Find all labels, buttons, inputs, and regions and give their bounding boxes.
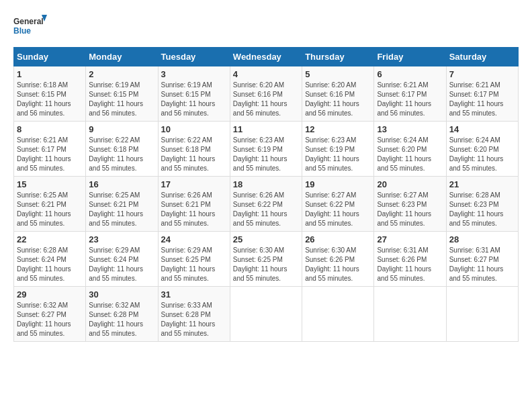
day-number: 10 xyxy=(161,124,227,134)
day-info: Sunrise: 6:21 AMSunset: 6:17 PMDaylight:… xyxy=(449,81,515,118)
day-info: Sunrise: 6:23 AMSunset: 6:19 PMDaylight:… xyxy=(233,136,299,173)
calendar-week-2: 8 Sunrise: 6:21 AMSunset: 6:17 PMDayligh… xyxy=(14,122,519,177)
calendar-cell: 11 Sunrise: 6:23 AMSunset: 6:19 PMDaylig… xyxy=(230,122,302,177)
calendar-cell: 5 Sunrise: 6:20 AMSunset: 6:16 PMDayligh… xyxy=(302,66,374,122)
weekday-header-wednesday: Wednesday xyxy=(230,48,302,66)
day-number: 4 xyxy=(233,69,299,79)
day-number: 12 xyxy=(305,124,371,134)
calendar-cell: 15 Sunrise: 6:25 AMSunset: 6:21 PMDaylig… xyxy=(14,177,86,232)
day-info: Sunrise: 6:32 AMSunset: 6:28 PMDaylight:… xyxy=(89,301,154,338)
day-number: 18 xyxy=(233,179,299,189)
day-number: 1 xyxy=(17,69,83,79)
day-info: Sunrise: 6:32 AMSunset: 6:27 PMDaylight:… xyxy=(17,301,83,338)
calendar-cell: 19 Sunrise: 6:27 AMSunset: 6:22 PMDaylig… xyxy=(302,177,374,232)
weekday-header-monday: Monday xyxy=(86,48,158,66)
day-info: Sunrise: 6:25 AMSunset: 6:21 PMDaylight:… xyxy=(17,191,83,228)
day-number: 28 xyxy=(449,234,515,244)
day-info: Sunrise: 6:26 AMSunset: 6:21 PMDaylight:… xyxy=(161,191,227,228)
weekday-header-thursday: Thursday xyxy=(302,48,374,66)
calendar-week-5: 29 Sunrise: 6:32 AMSunset: 6:27 PMDaylig… xyxy=(14,287,519,342)
day-info: Sunrise: 6:27 AMSunset: 6:23 PMDaylight:… xyxy=(377,191,443,228)
weekday-header-row: SundayMondayTuesdayWednesdayThursdayFrid… xyxy=(14,48,519,66)
day-info: Sunrise: 6:29 AMSunset: 6:24 PMDaylight:… xyxy=(89,246,154,283)
weekday-header-tuesday: Tuesday xyxy=(158,48,230,66)
logo: General Blue xyxy=(13,13,47,40)
day-info: Sunrise: 6:18 AMSunset: 6:15 PMDaylight:… xyxy=(17,81,83,118)
day-number: 8 xyxy=(17,124,83,134)
day-info: Sunrise: 6:25 AMSunset: 6:21 PMDaylight:… xyxy=(89,191,154,228)
calendar-cell xyxy=(446,287,518,342)
calendar-cell: 13 Sunrise: 6:24 AMSunset: 6:20 PMDaylig… xyxy=(374,122,446,177)
day-number: 11 xyxy=(233,124,299,134)
day-info: Sunrise: 6:20 AMSunset: 6:16 PMDaylight:… xyxy=(233,81,299,118)
calendar-cell: 23 Sunrise: 6:29 AMSunset: 6:24 PMDaylig… xyxy=(86,232,158,287)
calendar-cell: 10 Sunrise: 6:22 AMSunset: 6:18 PMDaylig… xyxy=(158,122,230,177)
weekday-header-saturday: Saturday xyxy=(446,48,518,66)
calendar-body: 1 Sunrise: 6:18 AMSunset: 6:15 PMDayligh… xyxy=(14,66,519,342)
calendar-cell: 9 Sunrise: 6:22 AMSunset: 6:18 PMDayligh… xyxy=(86,122,158,177)
day-number: 17 xyxy=(161,179,227,189)
day-info: Sunrise: 6:20 AMSunset: 6:16 PMDaylight:… xyxy=(305,81,371,118)
calendar-cell: 17 Sunrise: 6:26 AMSunset: 6:21 PMDaylig… xyxy=(158,177,230,232)
calendar-cell: 2 Sunrise: 6:19 AMSunset: 6:15 PMDayligh… xyxy=(86,66,158,122)
calendar-cell xyxy=(230,287,302,342)
day-number: 15 xyxy=(17,179,83,189)
calendar-cell: 7 Sunrise: 6:21 AMSunset: 6:17 PMDayligh… xyxy=(446,66,518,122)
day-number: 6 xyxy=(377,69,443,79)
calendar-week-1: 1 Sunrise: 6:18 AMSunset: 6:15 PMDayligh… xyxy=(14,66,519,122)
calendar-cell: 8 Sunrise: 6:21 AMSunset: 6:17 PMDayligh… xyxy=(14,122,86,177)
header: General Blue xyxy=(13,13,519,40)
day-number: 14 xyxy=(449,124,515,134)
calendar-week-3: 15 Sunrise: 6:25 AMSunset: 6:21 PMDaylig… xyxy=(14,177,519,232)
day-info: Sunrise: 6:26 AMSunset: 6:22 PMDaylight:… xyxy=(233,191,299,228)
day-number: 31 xyxy=(161,289,227,300)
day-info: Sunrise: 6:29 AMSunset: 6:25 PMDaylight:… xyxy=(161,246,227,283)
calendar-cell: 27 Sunrise: 6:31 AMSunset: 6:26 PMDaylig… xyxy=(374,232,446,287)
calendar-cell: 29 Sunrise: 6:32 AMSunset: 6:27 PMDaylig… xyxy=(14,287,86,342)
calendar-cell: 24 Sunrise: 6:29 AMSunset: 6:25 PMDaylig… xyxy=(158,232,230,287)
day-info: Sunrise: 6:23 AMSunset: 6:19 PMDaylight:… xyxy=(305,136,371,173)
calendar-cell: 4 Sunrise: 6:20 AMSunset: 6:16 PMDayligh… xyxy=(230,66,302,122)
day-number: 25 xyxy=(233,234,299,244)
day-number: 3 xyxy=(161,69,227,79)
weekday-header-sunday: Sunday xyxy=(14,48,86,66)
day-info: Sunrise: 6:28 AMSunset: 6:24 PMDaylight:… xyxy=(17,246,83,283)
day-info: Sunrise: 6:21 AMSunset: 6:17 PMDaylight:… xyxy=(377,81,443,118)
svg-text:Blue: Blue xyxy=(13,26,31,36)
calendar-cell: 28 Sunrise: 6:31 AMSunset: 6:27 PMDaylig… xyxy=(446,232,518,287)
day-number: 13 xyxy=(377,124,443,134)
calendar-cell: 30 Sunrise: 6:32 AMSunset: 6:28 PMDaylig… xyxy=(86,287,158,342)
calendar-cell: 18 Sunrise: 6:26 AMSunset: 6:22 PMDaylig… xyxy=(230,177,302,232)
day-number: 2 xyxy=(89,69,154,79)
calendar-cell: 1 Sunrise: 6:18 AMSunset: 6:15 PMDayligh… xyxy=(14,66,86,122)
day-info: Sunrise: 6:24 AMSunset: 6:20 PMDaylight:… xyxy=(449,136,515,173)
calendar-cell: 26 Sunrise: 6:30 AMSunset: 6:26 PMDaylig… xyxy=(302,232,374,287)
day-number: 29 xyxy=(17,289,83,300)
calendar-cell: 22 Sunrise: 6:28 AMSunset: 6:24 PMDaylig… xyxy=(14,232,86,287)
calendar-cell: 21 Sunrise: 6:28 AMSunset: 6:23 PMDaylig… xyxy=(446,177,518,232)
day-info: Sunrise: 6:33 AMSunset: 6:28 PMDaylight:… xyxy=(161,301,227,338)
day-number: 26 xyxy=(305,234,371,244)
day-number: 21 xyxy=(449,179,515,189)
calendar-cell: 31 Sunrise: 6:33 AMSunset: 6:28 PMDaylig… xyxy=(158,287,230,342)
calendar-cell xyxy=(374,287,446,342)
day-info: Sunrise: 6:31 AMSunset: 6:26 PMDaylight:… xyxy=(377,246,443,283)
calendar-cell: 20 Sunrise: 6:27 AMSunset: 6:23 PMDaylig… xyxy=(374,177,446,232)
day-info: Sunrise: 6:31 AMSunset: 6:27 PMDaylight:… xyxy=(449,246,515,283)
calendar-cell xyxy=(302,287,374,342)
day-number: 7 xyxy=(449,69,515,79)
day-info: Sunrise: 6:30 AMSunset: 6:25 PMDaylight:… xyxy=(233,246,299,283)
calendar-cell: 25 Sunrise: 6:30 AMSunset: 6:25 PMDaylig… xyxy=(230,232,302,287)
weekday-header-friday: Friday xyxy=(374,48,446,66)
day-number: 5 xyxy=(305,69,371,79)
calendar-cell: 12 Sunrise: 6:23 AMSunset: 6:19 PMDaylig… xyxy=(302,122,374,177)
day-number: 24 xyxy=(161,234,227,244)
day-info: Sunrise: 6:22 AMSunset: 6:18 PMDaylight:… xyxy=(89,136,154,173)
calendar-cell: 6 Sunrise: 6:21 AMSunset: 6:17 PMDayligh… xyxy=(374,66,446,122)
day-info: Sunrise: 6:28 AMSunset: 6:23 PMDaylight:… xyxy=(449,191,515,228)
day-number: 22 xyxy=(17,234,83,244)
calendar-cell: 14 Sunrise: 6:24 AMSunset: 6:20 PMDaylig… xyxy=(446,122,518,177)
calendar-week-4: 22 Sunrise: 6:28 AMSunset: 6:24 PMDaylig… xyxy=(14,232,519,287)
day-info: Sunrise: 6:30 AMSunset: 6:26 PMDaylight:… xyxy=(305,246,371,283)
day-info: Sunrise: 6:24 AMSunset: 6:20 PMDaylight:… xyxy=(377,136,443,173)
